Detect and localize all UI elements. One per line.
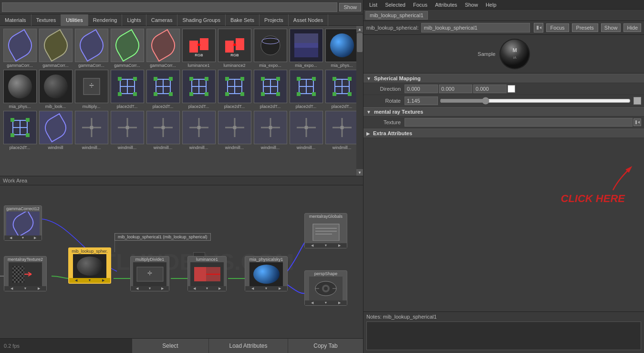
list-item[interactable]: windmill... <box>73 110 109 151</box>
node-mia-physicalsky1[interactable]: mia_physicalsky1 ◀ ▼ ▶ <box>245 256 288 291</box>
list-item[interactable]: RGB luminance2 <box>217 28 252 69</box>
list-item[interactable]: mia_expo... <box>288 28 324 69</box>
scroll-down-button[interactable]: ▼ <box>356 169 363 176</box>
list-item[interactable]: RGB luminance1 <box>181 28 217 69</box>
list-item[interactable]: mia_phys... <box>2 69 38 110</box>
list-item[interactable]: windmill... <box>109 110 145 151</box>
list-item[interactable]: gammaCorr... <box>73 28 109 69</box>
svg-rect-64 <box>348 77 352 81</box>
svg-rect-128 <box>313 224 339 241</box>
annotation-area: CLICK HERE <box>364 138 644 234</box>
menu-attributes[interactable]: Attributes <box>431 0 461 10</box>
load-attributes-button[interactable]: Load Attributes <box>209 339 288 353</box>
direction-y-input[interactable] <box>439 85 472 93</box>
work-area-label: Work Area <box>0 176 363 185</box>
svg-point-79 <box>125 126 129 129</box>
list-item[interactable]: place2dT... <box>252 69 288 110</box>
list-item[interactable]: place2dT... <box>109 69 145 110</box>
search-input[interactable] <box>2 2 337 12</box>
texture-input[interactable] <box>405 118 633 127</box>
rotate-color-box[interactable] <box>634 97 641 105</box>
copy-tab-button[interactable]: Copy Tab <box>288 339 363 353</box>
show-button[interactable]: Show <box>339 3 361 11</box>
list-item[interactable]: windmill... <box>288 110 324 151</box>
list-item[interactable]: windmill <box>38 110 73 151</box>
section-mental-ray-textures[interactable]: ▼ mental ray Textures <box>364 107 644 117</box>
menu-show[interactable]: Show <box>461 0 482 10</box>
texture-connect-btn[interactable] <box>634 118 641 126</box>
node-mib-lookup-spher[interactable]: mib_lookup_spher. ◀ ▼ ▶ <box>68 247 111 284</box>
list-item[interactable]: place2dT... <box>2 110 38 151</box>
list-item[interactable]: place2dT... <box>217 69 252 110</box>
show-attr-button[interactable]: Show <box>601 23 621 32</box>
menu-list[interactable]: List <box>365 0 381 10</box>
direction-x-input[interactable] <box>405 85 438 93</box>
scroll-up-button[interactable]: ▲ <box>356 26 363 32</box>
list-item[interactable]: windmill... <box>181 110 217 151</box>
notes-label: Notes: mib_lookup_spherical1 <box>366 314 641 320</box>
tab-cameras[interactable]: Cameras <box>146 14 178 26</box>
menu-focus[interactable]: Focus <box>409 0 431 10</box>
direction-z-input[interactable] <box>473 85 507 93</box>
list-item[interactable]: place2dT... <box>324 69 360 110</box>
tab-materials[interactable]: Materials <box>0 14 31 26</box>
sample-label: Sample <box>478 51 495 57</box>
svg-rect-58 <box>297 92 301 96</box>
list-item[interactable]: mia_phys... <box>324 28 360 69</box>
section-extra-attrs[interactable]: ▶ Extra Attributes <box>364 128 644 138</box>
menu-help[interactable]: Help <box>482 0 500 10</box>
attr-name-input[interactable] <box>421 23 530 32</box>
node-perspShape[interactable]: perspShape ◀ ▼ ▶ <box>304 270 347 306</box>
tab-rendering[interactable]: Rendering <box>88 14 123 26</box>
tab-bake-sets[interactable]: Bake Sets <box>226 14 260 26</box>
list-item[interactable]: mib_look... <box>38 69 73 110</box>
attr-connect-btn[interactable] <box>534 23 543 32</box>
list-item[interactable]: gammaCorr... <box>109 28 145 69</box>
focus-button[interactable]: Focus <box>546 23 569 32</box>
list-item[interactable]: place2dT... <box>181 69 217 110</box>
node-label-mib[interactable]: mib_lookup_spherical1 (mib_lookup_spheri… <box>114 233 211 241</box>
list-item[interactable]: windmill... <box>252 110 288 151</box>
svg-text:RGB: RGB <box>195 53 203 57</box>
list-item[interactable]: windmill... <box>324 110 360 151</box>
tab-utilities[interactable]: Utilities <box>61 14 88 26</box>
list-item[interactable]: gammaCorr... <box>2 28 38 69</box>
list-item[interactable]: gammaCorr... <box>38 28 73 69</box>
tab-textures[interactable]: Textures <box>31 14 62 26</box>
select-button[interactable]: Select <box>132 339 209 353</box>
svg-rect-70 <box>10 118 14 122</box>
list-item[interactable]: mia_expo... <box>252 28 288 69</box>
notes-textarea[interactable] <box>366 321 641 350</box>
list-item[interactable]: place2dT... <box>145 69 181 110</box>
svg-rect-63 <box>332 77 336 81</box>
tab-asset-nodes[interactable]: Asset Nodes <box>289 14 328 26</box>
rotate-input[interactable] <box>405 96 438 105</box>
search-bar: Show <box>0 0 363 14</box>
list-item[interactable]: gammaCorr... <box>145 28 181 69</box>
tab-shading-groups[interactable]: Shading Groups <box>177 14 226 26</box>
menu-selected[interactable]: Selected <box>381 0 409 10</box>
hide-button[interactable]: Hide <box>623 23 641 32</box>
list-item[interactable]: windmill... <box>217 110 252 151</box>
node-graph[interactable]: ANTLUNDBIUS.COM gammaCorrect12 <box>0 185 363 338</box>
tab-projects[interactable]: Projects <box>260 14 289 26</box>
list-item[interactable]: ÷ multiply... <box>73 69 109 110</box>
svg-rect-73 <box>26 133 30 137</box>
list-item[interactable]: windmill... <box>145 110 181 151</box>
node-gammaCorrect12[interactable]: gammaCorrect12 ◀ ▼ ▶ <box>4 205 42 241</box>
rotate-slider[interactable] <box>440 97 631 104</box>
node-tab[interactable]: mib_lookup_spherical1 <box>365 11 428 20</box>
left-panel: Show Materials Textures Utilities Render… <box>0 0 364 353</box>
direction-color-box[interactable] <box>508 85 515 93</box>
node-luminance1[interactable]: luminance1 ◀ ▼ ▶ <box>187 256 227 291</box>
scrollbar-thumb[interactable] <box>357 33 363 52</box>
node-multiplyDivide1[interactable]: multiplyDivide1 ÷ ◀ ▼ ▶ <box>130 256 169 291</box>
node-mentalrayTexture2[interactable]: mentalrayTexture2 ◀ ▼ ▶ <box>4 256 47 291</box>
list-item[interactable]: place2dT... <box>288 69 324 110</box>
tab-lights[interactable]: Lights <box>122 14 146 26</box>
node-mentalrayGlobals[interactable]: mentalrayGlobals ◀ ▼ ▶ <box>304 213 347 248</box>
presets-button[interactable]: Presets <box>572 23 598 32</box>
svg-point-94 <box>233 126 237 129</box>
svg-rect-0 <box>189 41 198 53</box>
section-spherical-mapping[interactable]: ▼ Spherical Mapping <box>364 74 644 83</box>
